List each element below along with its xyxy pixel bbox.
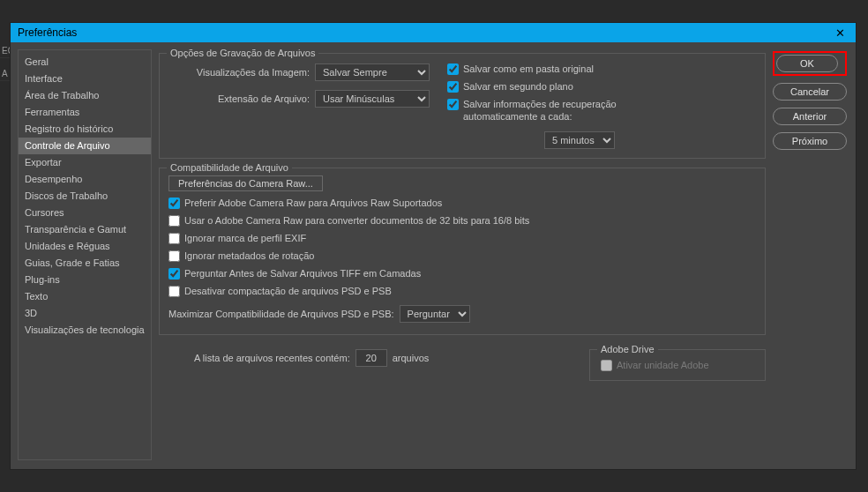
recover-interval-select[interactable]: 5 minutos (544, 131, 615, 149)
drive-title: Adobe Drive (597, 344, 658, 354)
adobe-drive-group: Adobe Drive Ativar unidade Adobe (589, 349, 766, 381)
category-sidebar: Geral Interface Área de Trabalho Ferrame… (18, 49, 152, 460)
sidebar-item-units[interactable]: Unidades e Réguas (19, 238, 151, 255)
ok-highlight: OK (773, 51, 847, 76)
sidebar-item-cursors[interactable]: Cursores (19, 205, 151, 221)
sidebar-item-scratch[interactable]: Discos de Trabalho (19, 188, 151, 205)
sidebar-item-transparency[interactable]: Transparência e Gamut (19, 221, 151, 238)
convert-32-checkbox[interactable]: Usar o Adobe Camera Raw para converter d… (168, 214, 756, 227)
sidebar-item-history[interactable]: Registro do histórico (19, 121, 151, 138)
recent-count-input[interactable] (355, 349, 387, 367)
ask-tiff-checkbox[interactable]: Perguntar Antes de Salvar Arquivos TIFF … (168, 267, 756, 280)
drive-enable-checkbox[interactable]: Ativar unidade Adobe (601, 359, 754, 371)
prev-button[interactable]: Anterior (773, 108, 847, 125)
sidebar-item-export[interactable]: Exportar (19, 154, 151, 171)
save-options-group: Opções de Gravação de Arquivos Visualiza… (159, 53, 766, 159)
image-preview-label: Visualizações da Imagem: (168, 67, 310, 78)
auto-recover-checkbox[interactable]: Salvar informações de recuperação automa… (447, 98, 641, 123)
ok-button[interactable]: OK (776, 55, 838, 72)
sidebar-item-type[interactable]: Texto (19, 288, 151, 305)
file-compat-group: Compatibilidade de Arquivo Preferências … (159, 168, 766, 335)
recent-label-a: A lista de arquivos recentes contém: (194, 353, 350, 363)
compat-group-title: Compatibilidade de Arquivo (167, 162, 292, 173)
content-pane: Opções de Gravação de Arquivos Visualiza… (159, 49, 766, 460)
sidebar-item-tech-previews[interactable]: Visualizações de tecnologia (19, 322, 151, 339)
image-preview-select[interactable]: Salvar Sempre (315, 63, 430, 81)
sidebar-item-workspace[interactable]: Área de Trabalho (19, 87, 151, 104)
ignore-exif-checkbox[interactable]: Ignorar marca de perfil EXIF (168, 232, 756, 244)
camera-raw-prefs-button[interactable]: Preferências do Camera Raw... (168, 175, 323, 191)
dialog-button-column: OK Cancelar Anterior Próximo (773, 49, 847, 460)
file-ext-select[interactable]: Usar Minúsculas (315, 90, 430, 108)
dialog-title: Preferências (18, 26, 77, 39)
disable-psd-compress-checkbox[interactable]: Desativar compactação de arquivos PSD e … (168, 285, 756, 297)
file-ext-label: Extensão de Arquivo: (168, 93, 310, 104)
close-icon[interactable]: ✕ (832, 26, 849, 40)
save-background-checkbox[interactable]: Salvar em segundo plano (447, 80, 641, 93)
sidebar-item-file-handling[interactable]: Controle de Arquivo (19, 138, 151, 154)
sidebar-item-performance[interactable]: Desempenho (19, 171, 151, 188)
sidebar-item-guides[interactable]: Guias, Grade e Fatias (19, 255, 151, 272)
ignore-rotation-checkbox[interactable]: Ignorar metadados de rotação (168, 250, 756, 262)
cancel-button[interactable]: Cancelar (773, 83, 847, 101)
sidebar-item-interface[interactable]: Interface (19, 71, 151, 87)
recent-files-row: A lista de arquivos recentes contém: arq… (194, 349, 429, 367)
titlebar: Preferências ✕ (11, 23, 856, 42)
max-compat-select[interactable]: Perguntar (400, 305, 470, 323)
save-original-checkbox[interactable]: Salvar como em pasta original (447, 63, 641, 75)
recent-label-b: arquivos (393, 353, 430, 363)
sidebar-item-geral[interactable]: Geral (19, 54, 151, 71)
prefer-raw-checkbox[interactable]: Preferir Adobe Camera Raw para Arquivos … (168, 197, 756, 209)
next-button[interactable]: Próximo (773, 132, 847, 150)
save-group-title: Opções de Gravação de Arquivos (167, 48, 318, 58)
sidebar-item-tools[interactable]: Ferramentas (19, 104, 151, 121)
sidebar-item-3d[interactable]: 3D (19, 305, 151, 322)
preferences-dialog: Preferências ✕ Geral Interface Área de T… (10, 22, 857, 470)
max-compat-label: Maximizar Compatibilidade de Arquivos PS… (168, 309, 394, 319)
sidebar-item-plugins[interactable]: Plug-ins (19, 272, 151, 288)
